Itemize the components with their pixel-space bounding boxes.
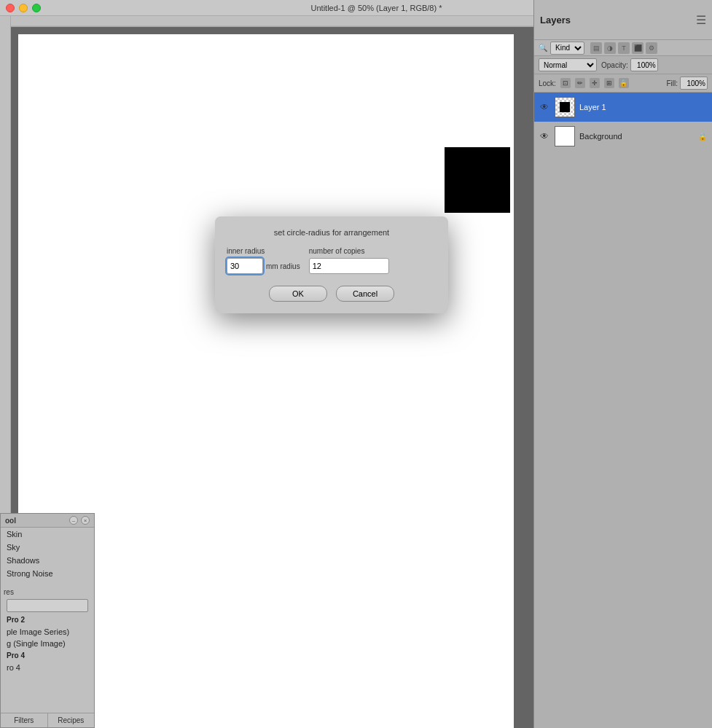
copies-label: number of copies xyxy=(309,247,389,255)
lock-all-icon[interactable]: 🔒 xyxy=(619,78,629,88)
background-visibility-icon[interactable]: 👁 xyxy=(539,130,550,142)
spacer1 xyxy=(1,580,94,586)
traffic-lights xyxy=(6,4,41,12)
pro2-section-title: Pro 2 xyxy=(1,614,94,626)
filter-adjust-icon[interactable]: ◑ xyxy=(604,42,616,54)
copies-row xyxy=(309,258,389,274)
secondary-panel-header: ool – × xyxy=(1,514,94,528)
secondary-close-btn[interactable]: × xyxy=(81,516,90,525)
inner-radius-unit: mm radius xyxy=(266,262,300,270)
fill-row: Fill: xyxy=(666,77,708,90)
sp-bottom-tabs: Filters Recipes xyxy=(1,713,94,727)
circle-radius-dialog: set circle-radius for arrangement inner … xyxy=(215,216,448,313)
filter-icons: ▤ ◑ T ⬛ ⚙ xyxy=(590,42,657,54)
layer1-thumbnail xyxy=(555,97,575,117)
blend-bar: Normal Opacity: xyxy=(534,56,712,74)
layer1-visibility-icon[interactable]: 👁 xyxy=(539,101,550,113)
filter-kind-select[interactable]: Kind xyxy=(550,42,584,55)
secondary-panel: ool – × Skin Sky Shadows Strong Noise re… xyxy=(0,513,95,728)
copies-field: number of copies xyxy=(309,247,389,274)
lock-paint-icon[interactable]: ✏ xyxy=(575,78,585,88)
dialog-buttons: OK Cancel xyxy=(227,286,437,302)
layers-panel-header: Layers ☰ xyxy=(533,0,712,40)
maximize-button[interactable] xyxy=(32,4,41,12)
list-item-strong-noise[interactable]: Strong Noise xyxy=(1,567,94,580)
fill-input[interactable] xyxy=(680,77,708,90)
secondary-panel-title: ool xyxy=(5,517,16,525)
copies-input[interactable] xyxy=(309,258,389,274)
blend-mode-select[interactable]: Normal xyxy=(539,58,597,71)
inner-radius-input[interactable] xyxy=(227,258,263,274)
ok-button[interactable]: OK xyxy=(269,286,327,302)
secondary-panel-controls: – × xyxy=(69,516,90,525)
pro4-section-title: Pro 4 xyxy=(1,649,94,662)
tab-filters[interactable]: Filters xyxy=(1,713,48,727)
layers-header-controls: ☰ xyxy=(696,13,706,27)
close-button[interactable] xyxy=(6,4,15,12)
tab-recipes[interactable]: Recipes xyxy=(48,713,95,727)
pro2-item1[interactable]: ple Image Series) xyxy=(1,626,94,638)
inner-radius-field: inner radius mm radius xyxy=(227,247,300,274)
inner-radius-label: inner radius xyxy=(227,247,300,255)
pro4-item[interactable]: ro 4 xyxy=(1,662,94,673)
filter-pixel-icon[interactable]: ▤ xyxy=(590,42,602,54)
secondary-minimize-btn[interactable]: – xyxy=(69,516,78,525)
inner-radius-row: mm radius xyxy=(227,258,300,274)
background-lock-icon: 🔒 xyxy=(697,131,708,141)
opacity-input[interactable] xyxy=(630,58,658,71)
filter-shape-icon[interactable]: ⬛ xyxy=(632,42,643,54)
lock-bar: Lock: ⊡ ✏ ✛ ⊞ 🔒 Fill: xyxy=(534,74,712,93)
lock-label: Lock: xyxy=(539,79,556,87)
res-label-area: res xyxy=(1,586,94,598)
dialog-title: set circle-radius for arrangement xyxy=(227,228,437,237)
fill-label: Fill: xyxy=(666,79,678,87)
res-label: res xyxy=(4,588,14,596)
background-name: Background xyxy=(579,132,693,141)
lock-transparent-icon[interactable]: ⊡ xyxy=(560,78,571,88)
opacity-row: Opacity: xyxy=(601,58,658,71)
layers-title: Layers xyxy=(540,15,571,26)
pro2-item2[interactable]: g (Single Image) xyxy=(1,638,94,649)
layer-row-layer1[interactable]: 👁 Layer 1 xyxy=(534,93,712,122)
opacity-label: Opacity: xyxy=(601,61,628,69)
layers-panel: 🔍 Kind ▤ ◑ T ⬛ ⚙ Normal Opacity: Lock: ⊡… xyxy=(533,40,712,728)
list-item-sky[interactable]: Sky xyxy=(1,541,94,554)
layers-filter-bar: 🔍 Kind ▤ ◑ T ⬛ ⚙ xyxy=(534,40,712,56)
layer1-name: Layer 1 xyxy=(579,103,708,111)
dialog-fields: inner radius mm radius number of copies xyxy=(227,247,437,274)
lock-artboard-icon[interactable]: ⊞ xyxy=(604,78,614,88)
layer-row-background[interactable]: 👁 Background 🔒 xyxy=(534,122,712,151)
minimize-button[interactable] xyxy=(19,4,28,12)
background-thumbnail xyxy=(555,126,575,146)
lock-position-icon[interactable]: ✛ xyxy=(590,78,600,88)
list-item-shadows[interactable]: Shadows xyxy=(1,554,94,567)
filter-smart-icon[interactable]: ⚙ xyxy=(646,42,657,54)
filter-kind-icon: 🔍 xyxy=(539,44,547,52)
sp-search-input[interactable] xyxy=(7,599,88,612)
filter-text-icon[interactable]: T xyxy=(618,42,630,54)
layer1-thumb-inner xyxy=(560,102,570,112)
list-item-skin[interactable]: Skin xyxy=(1,528,94,541)
layers-menu-icon[interactable]: ☰ xyxy=(696,13,706,27)
cancel-button[interactable]: Cancel xyxy=(336,286,394,302)
